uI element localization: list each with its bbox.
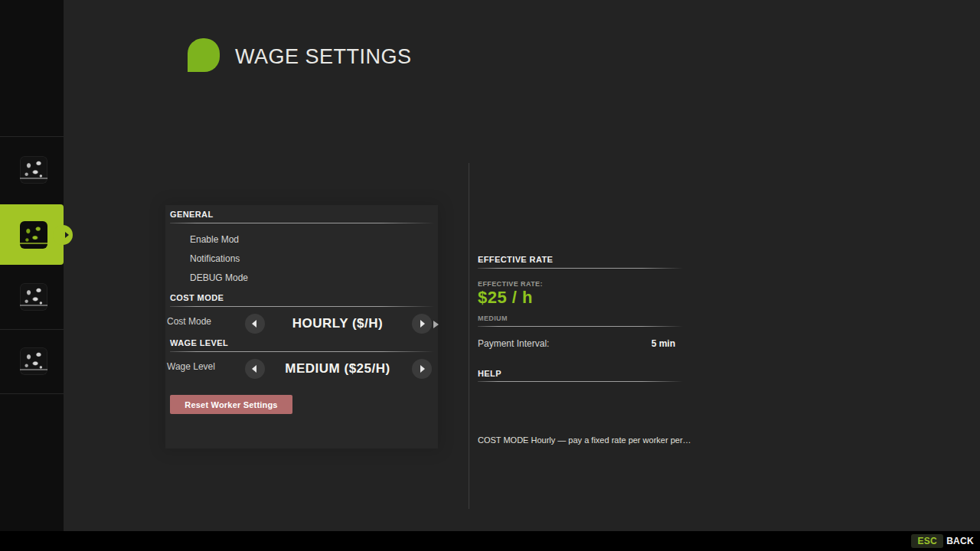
esc-key-badge[interactable]: ESC <box>911 534 943 548</box>
option-debug-mode[interactable]: DEBUG Mode <box>190 272 248 283</box>
help-text: COST MODE Hourly — pay a fixed rate per … <box>478 435 707 445</box>
chevron-right-icon <box>65 232 69 238</box>
wage-level-label: Wage Level <box>167 361 215 372</box>
footer-bar: ESC BACK <box>0 531 980 551</box>
sidebar-item-mod-4[interactable] <box>0 331 64 392</box>
cost-mode-prev-button[interactable] <box>245 314 265 334</box>
payment-interval-value: 5 min <box>652 338 675 349</box>
effective-rate-value: $25 / h <box>478 288 533 308</box>
page-title: WAGE SETTINGS <box>235 45 412 69</box>
mod-icon <box>20 283 47 311</box>
divider <box>170 223 434 223</box>
section-header-cost-mode: COST MODE <box>170 293 224 302</box>
option-enable-mod[interactable]: Enable Mod <box>190 234 239 245</box>
section-header-general: GENERAL <box>170 210 214 219</box>
mod-icon <box>20 347 47 375</box>
divider <box>0 393 64 394</box>
mod-icon <box>20 156 47 184</box>
sidebar-item-mod-2-selected[interactable] <box>0 204 64 265</box>
effective-rate-label: EFFECTIVE RATE: <box>478 280 543 288</box>
wage-level-next-button[interactable] <box>412 359 432 379</box>
selected-notch <box>53 225 73 245</box>
chevron-left-icon <box>252 320 256 328</box>
cost-mode-next-button[interactable] <box>412 314 432 334</box>
cost-mode-value: HOURLY ($/H) <box>265 316 410 331</box>
section-header-help: HELP <box>478 369 501 378</box>
app-logo-icon <box>188 38 220 72</box>
divider <box>478 326 683 327</box>
section-header-effective-rate: EFFECTIVE RATE <box>478 255 553 264</box>
chevron-left-icon <box>252 365 256 373</box>
cost-mode-label: Cost Mode <box>167 316 211 327</box>
wage-settings-screen: WAGE SETTINGS GENERAL Enable Mod Notific… <box>0 0 980 551</box>
chevron-right-icon <box>420 365 425 373</box>
chevron-right-icon <box>420 320 425 328</box>
divider <box>170 351 434 352</box>
divider <box>0 136 64 137</box>
back-button[interactable]: BACK <box>946 536 974 546</box>
wage-level-prev-button[interactable] <box>245 359 265 379</box>
mouse-cursor-icon <box>433 321 439 328</box>
reset-worker-settings-button[interactable]: Reset Worker Settings <box>170 395 292 414</box>
section-header-wage-level: WAGE LEVEL <box>170 338 228 347</box>
wage-level-tag: MEDIUM <box>478 315 508 322</box>
divider <box>478 381 683 382</box>
wage-level-value: MEDIUM ($25/H) <box>265 361 410 377</box>
divider <box>469 163 469 509</box>
option-notifications[interactable]: Notifications <box>190 253 240 264</box>
mod-sidebar <box>0 0 64 531</box>
divider <box>170 306 434 307</box>
sidebar-item-mod-3[interactable] <box>0 266 64 328</box>
payment-interval-label: Payment Interval: <box>478 338 549 349</box>
divider <box>0 329 64 330</box>
sidebar-item-mod-1[interactable] <box>0 139 64 201</box>
divider <box>478 268 683 269</box>
mod-icon <box>20 221 47 249</box>
